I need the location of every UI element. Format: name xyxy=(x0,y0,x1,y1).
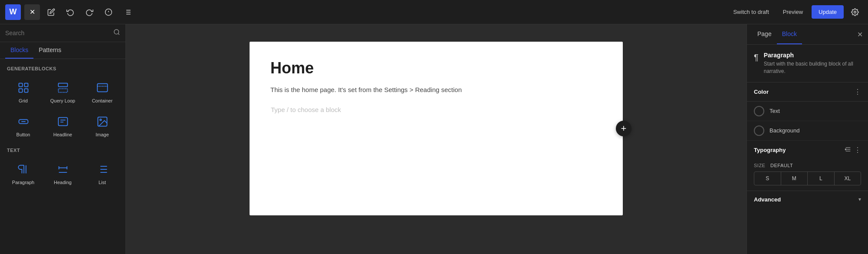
svg-rect-16 xyxy=(58,83,67,87)
block-item-paragraph[interactable]: Paragraph xyxy=(3,156,43,190)
edit-button[interactable] xyxy=(43,4,59,20)
block-item-image[interactable]: Image xyxy=(82,109,122,142)
text-blocks-grid: Paragraph Heading List xyxy=(0,155,125,192)
text-color-circle[interactable] xyxy=(754,106,764,116)
list-icon xyxy=(124,8,132,16)
undo-button[interactable] xyxy=(62,4,78,20)
typography-header: Typography ⋮ xyxy=(747,141,868,159)
left-sidebar: Blocks Patterns GENERATEBLOCKS Grid xyxy=(0,24,126,254)
close-icon: ✕ xyxy=(30,8,35,16)
block-info: ¶ Paragraph Start with the basic buildin… xyxy=(747,45,868,82)
svg-rect-18 xyxy=(97,84,107,92)
heading-icon xyxy=(55,162,71,177)
search-input[interactable] xyxy=(5,30,110,36)
generateblocks-grid: Grid Query Loop Container xyxy=(0,73,125,144)
block-item-grid[interactable]: Grid xyxy=(3,75,43,109)
image-icon xyxy=(95,114,110,129)
advanced-header: Advanced ▾ xyxy=(754,196,861,203)
advanced-toggle-button[interactable]: ▾ xyxy=(858,196,861,202)
headline-icon xyxy=(55,114,71,129)
block-label-paragraph: Paragraph xyxy=(12,180,34,185)
color-section-title: Color xyxy=(754,89,769,95)
block-label-query-loop: Query Loop xyxy=(50,98,75,103)
typography-controls: ⋮ xyxy=(845,146,861,154)
switch-to-draft-button[interactable]: Switch to draft xyxy=(728,6,774,18)
redo-icon xyxy=(85,8,93,16)
topbar-left: W ✕ xyxy=(5,4,724,20)
right-content: ¶ Paragraph Start with the basic buildin… xyxy=(747,45,868,254)
svg-rect-17 xyxy=(58,89,67,92)
svg-rect-13 xyxy=(24,83,28,87)
svg-point-26 xyxy=(100,119,102,121)
add-block-button[interactable]: + xyxy=(616,121,631,136)
svg-point-10 xyxy=(114,30,119,34)
update-button[interactable]: Update xyxy=(812,5,844,19)
section-generateblocks-label: GENERATEBLOCKS xyxy=(0,63,125,73)
block-info-text: Paragraph Start with the basic building … xyxy=(764,52,861,75)
type-placeholder[interactable]: Type / to choose a block xyxy=(270,104,602,115)
tab-page[interactable]: Page xyxy=(752,24,777,44)
color-more-button[interactable]: ⋮ xyxy=(854,88,861,96)
size-value: DEFAULT xyxy=(770,163,793,168)
wp-logo-icon[interactable]: W xyxy=(5,4,21,20)
size-btn-s[interactable]: S xyxy=(754,172,781,185)
block-label-button: Button xyxy=(16,132,30,137)
svg-rect-15 xyxy=(24,89,28,92)
size-btn-l[interactable]: L xyxy=(808,172,835,185)
sidebar-tabs: Blocks Patterns xyxy=(0,42,125,59)
settings-button[interactable] xyxy=(847,4,863,20)
typography-title: Typography xyxy=(754,147,786,153)
size-btn-m[interactable]: M xyxy=(781,172,808,185)
canvas[interactable]: Home This is the home page. It's set fro… xyxy=(126,24,746,254)
tab-blocks[interactable]: Blocks xyxy=(5,42,33,59)
section-text-label: TEXT xyxy=(0,144,125,155)
block-item-container[interactable]: Container xyxy=(82,75,122,109)
page-subtitle: This is the home page. It's set from the… xyxy=(270,86,602,93)
block-item-headline[interactable]: Headline xyxy=(43,109,82,142)
topbar: W ✕ Switch to draft Preview Update xyxy=(0,0,868,24)
color-section-header: Color ⋮ xyxy=(747,82,868,102)
block-info-title: Paragraph xyxy=(764,52,861,59)
block-item-heading[interactable]: Heading xyxy=(43,156,82,190)
close-editor-button[interactable]: ✕ xyxy=(24,4,40,20)
advanced-section: Advanced ▾ xyxy=(747,191,868,208)
svg-rect-14 xyxy=(19,89,22,92)
size-label: SIZE xyxy=(754,163,767,168)
container-icon xyxy=(95,80,110,96)
size-btn-xl[interactable]: XL xyxy=(835,172,861,185)
button-icon xyxy=(16,114,31,129)
block-label-container: Container xyxy=(92,98,113,103)
blocks-list: GENERATEBLOCKS Grid Query Loop xyxy=(0,59,125,254)
paragraph-icon: ¶ xyxy=(754,53,759,63)
topbar-right: Switch to draft Preview Update xyxy=(728,4,863,20)
pencil-icon xyxy=(47,8,55,16)
background-color-circle[interactable] xyxy=(754,125,764,136)
grid-icon xyxy=(16,80,31,96)
tab-patterns[interactable]: Patterns xyxy=(33,42,66,59)
search-bar xyxy=(0,24,125,42)
right-sidebar-close-button[interactable]: ✕ xyxy=(857,30,863,39)
svg-point-9 xyxy=(854,11,856,13)
search-icon xyxy=(113,29,120,37)
typography-adjust-button[interactable] xyxy=(845,146,852,154)
preview-button[interactable]: Preview xyxy=(778,6,808,18)
block-item-list[interactable]: List xyxy=(82,156,122,190)
canvas-inner: Home This is the home page. It's set fro… xyxy=(250,42,623,215)
size-row: SIZE DEFAULT xyxy=(747,159,868,172)
list-view-button[interactable] xyxy=(120,4,135,20)
tab-block[interactable]: Block xyxy=(777,24,802,44)
typography-more-button[interactable]: ⋮ xyxy=(854,146,861,154)
typography-section: Typography ⋮ SIZE DEFAULT S M L xyxy=(747,141,868,191)
color-row-background: Background xyxy=(747,121,868,141)
redo-button[interactable] xyxy=(82,4,97,20)
block-item-button[interactable]: Button xyxy=(3,109,43,142)
right-sidebar: Page Block ✕ ¶ Paragraph Start with the … xyxy=(746,24,868,254)
info-button[interactable] xyxy=(101,4,116,20)
info-icon xyxy=(105,8,112,16)
text-color-label: Text xyxy=(769,108,780,114)
block-item-query-loop[interactable]: Query Loop xyxy=(43,75,82,109)
svg-rect-22 xyxy=(58,118,67,126)
color-row-text: Text xyxy=(747,102,868,121)
block-label-list: List xyxy=(99,180,106,185)
block-label-image: Image xyxy=(95,132,109,137)
